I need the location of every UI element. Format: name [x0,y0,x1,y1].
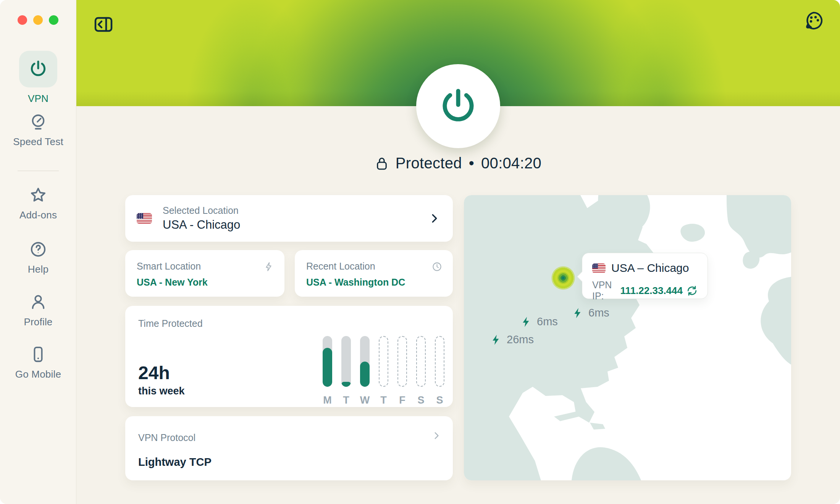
vpn-active-pill [19,51,57,87]
sidebar-item-label: Add-ons [19,209,57,221]
time-protected-value: 24h [138,362,170,383]
tooltip-location: USA – Chicago [611,262,689,275]
status-separator: • [469,155,474,172]
bar-sunday: S [435,336,444,406]
location-pin[interactable] [551,266,575,290]
chevron-right-icon [431,431,441,441]
bar-wednesday: W [360,336,370,406]
lightning-bolt-icon [263,262,274,272]
sidebar-item-label: VPN [28,93,48,105]
smart-location-card[interactable]: Smart Location USA - New York [125,250,284,297]
sidebar-divider [18,171,59,171]
status-timer: 00:04:20 [481,155,541,172]
weekly-bar-chart: M T W T F S S [323,336,444,406]
latency-marker: 26ms [490,333,534,346]
star-icon [29,186,47,204]
tooltip-ip-value: 111.22.33.444 [620,285,683,297]
lightning-bolt-icon [490,334,502,346]
power-icon [438,86,478,126]
sidebar-item-label: Help [28,263,48,275]
connect-power-button[interactable] [416,64,500,148]
recent-location-card[interactable]: Recent Location USA - Washington DC [295,250,453,297]
bar-tuesday: T [341,336,351,406]
clock-icon [432,262,442,272]
vpn-protocol-value: Lightway TCP [138,456,212,468]
palette-icon[interactable] [803,10,825,32]
close-button[interactable] [18,15,27,25]
sidebar-item-label: Speed Test [13,136,63,148]
phone-icon [29,346,47,363]
selected-location-value: USA - Chicago [163,218,240,232]
sidebar-item-label: Go Mobile [15,368,61,380]
sidebar-item-label: Profile [24,316,52,328]
sidebar-item-go-mobile[interactable]: Go Mobile [0,346,76,380]
sidebar-item-help[interactable]: Help [0,241,76,275]
selected-location-card[interactable]: Selected Location USA - Chicago [125,195,453,242]
zoom-button[interactable] [49,15,58,25]
sidebar-item-add-ons[interactable]: Add-ons [0,186,76,221]
latency-marker: 6ms [520,315,558,328]
map-tooltip: USA – Chicago VPN IP: 111.22.33.444 [582,253,708,299]
us-flag-icon [592,263,606,273]
latency-marker: 6ms [572,307,609,319]
vpn-protocol-label: VPN Protocol [138,432,195,443]
minimize-button[interactable] [33,15,43,25]
power-icon [29,60,48,79]
refresh-icon[interactable] [687,285,698,296]
lightning-bolt-icon [520,316,532,328]
collapse-sidebar-icon[interactable] [94,17,113,32]
sidebar: VPN Speed Test Add-ons [0,0,76,504]
selected-location-label: Selected Location [163,205,240,216]
map-card: USA – Chicago VPN IP: 111.22.33.444 [464,195,791,480]
us-flag-icon [137,213,152,224]
app-window: VPN Speed Test Add-ons [0,0,840,504]
status-label: Protected [396,155,462,172]
vpn-protocol-card[interactable]: VPN Protocol Lightway TCP [125,416,453,480]
sidebar-item-speed-test[interactable]: Speed Test [0,113,76,148]
bar-saturday: S [416,336,426,406]
recent-location-value: USA - Washington DC [306,277,441,288]
time-protected-label: Time Protected [138,318,440,329]
sidebar-item-profile[interactable]: Profile [0,293,76,328]
time-protected-period: this week [138,385,185,397]
bar-monday: M [323,336,332,406]
tooltip-ip-label: VPN IP: [592,279,617,302]
bar-thursday: T [379,336,388,406]
lightning-bolt-icon [572,307,584,319]
sidebar-item-vpn[interactable]: VPN [0,51,76,105]
speedometer-icon [29,113,47,131]
recent-location-label: Recent Location [306,261,441,272]
smart-location-label: Smart Location [137,261,273,272]
time-protected-card: Time Protected 24h this week M T W T F [125,306,453,407]
connection-status: Protected • 00:04:20 [76,155,840,172]
traffic-lights [18,15,58,25]
chevron-right-icon [428,213,440,224]
bar-friday: F [397,336,407,406]
person-icon [29,293,47,311]
lock-icon [375,156,389,171]
question-circle-icon [29,241,47,258]
smart-location-value: USA - New York [137,277,273,288]
